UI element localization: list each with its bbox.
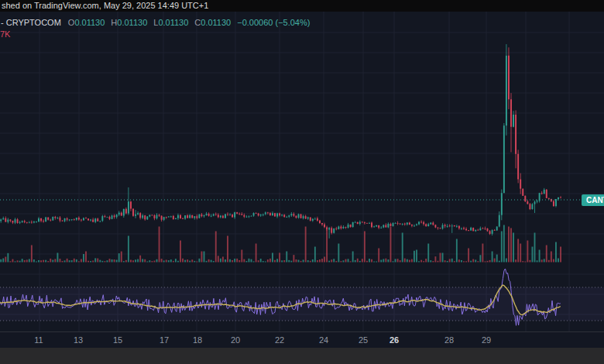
x-axis-label: 18 [193,335,202,345]
symbol-legend: - CRYPTOCOM O0.01130 H0.01130 L0.01130 C… [1,18,310,28]
x-axis-label: 17 [160,335,169,345]
ohlc-high: H0.01130 [111,18,147,28]
x-axis-label: 20 [231,335,240,345]
symbol-exchange-label: - CRYPTOCOM [1,18,61,28]
bottom-letterbox [0,348,604,364]
price-label-text: CANTO [586,196,604,204]
ohlc-low: L0.01130 [153,18,188,28]
high-value: 0.01130 [117,18,147,27]
x-axis-label: 24 [319,335,328,345]
x-axis-label: 26 [390,335,399,345]
x-axis-label: 22 [275,335,284,345]
x-axis-label: 13 [74,335,83,345]
low-value: 0.01130 [158,18,188,27]
x-axis-label: 29 [482,335,491,345]
ohlc-open: O0.01130 [68,18,105,28]
attribution-text: shed on TradingView.com, May 29, 2025 14… [2,1,208,10]
time-axis[interactable]: 111315171820222425262829 [0,331,604,348]
open-value: 0.01130 [74,18,105,27]
x-axis-label: 28 [444,335,454,345]
x-axis-label: 15 [113,335,122,345]
volume-readout-fragment: 7K [0,29,10,39]
x-axis-label: 25 [359,335,368,345]
x-axis-label: 11 [34,335,43,345]
ohlc-close: C0.01130 [194,18,231,28]
attribution-bar: shed on TradingView.com, May 29, 2025 14… [0,0,604,12]
tradingview-chart-snapshot: shed on TradingView.com, May 29, 2025 14… [0,0,604,364]
price-label-badge: CANTO [582,194,604,206]
change-value: −0.00060 (−5.04%) [237,18,310,28]
chart-canvas[interactable] [0,0,604,347]
close-value: 0.01130 [201,18,231,27]
